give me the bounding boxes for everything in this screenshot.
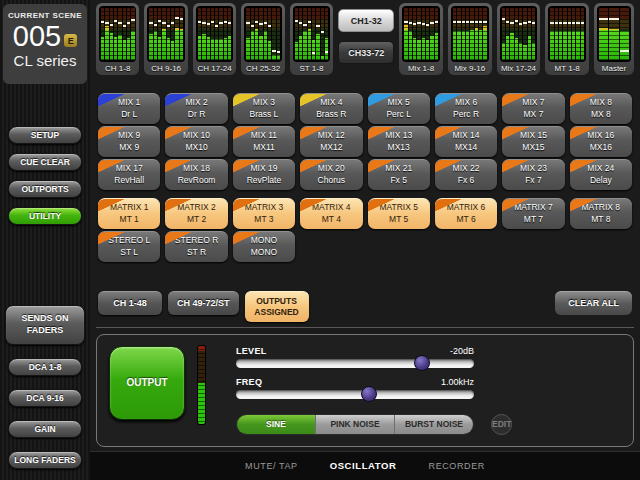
- edit-button[interactable]: EDIT: [491, 414, 512, 435]
- meter-bar-segment: [568, 8, 571, 60]
- channel-button-matrix-2[interactable]: MATRIX 2MT 2: [165, 198, 227, 229]
- sidebar-item-utility[interactable]: UTILITY: [8, 207, 82, 225]
- sidebar-item-sends-on-faders[interactable]: SENDS ON FADERS: [5, 305, 85, 345]
- meter-group-mix-17-24: Mix 17-24: [497, 3, 541, 75]
- channel-button-stereo-r[interactable]: STEREO RST R: [165, 231, 227, 262]
- meter-level-fill: [479, 30, 482, 60]
- channel-button-mix-1[interactable]: MIX 1Dr L: [98, 93, 160, 124]
- meter-bar-segment: [154, 8, 157, 60]
- channel-button-stereo-l[interactable]: STEREO LST L: [98, 231, 160, 262]
- meter-peak-marker: [211, 21, 214, 23]
- channel-button-mix-16[interactable]: MIX 16MX16: [570, 126, 632, 157]
- meter-group-label: CH 9-16: [147, 62, 184, 74]
- clear-all-button[interactable]: CLEAR ALL: [555, 291, 632, 315]
- sidebar-item-cue-clear[interactable]: CUE CLEAR: [8, 153, 82, 171]
- meter-bar-segment: [171, 8, 174, 60]
- meter-yellow-fill: [599, 28, 608, 30]
- meter-peak-marker: [251, 25, 254, 27]
- freq-slider-thumb[interactable]: [361, 386, 377, 402]
- channel-button-mix-11[interactable]: MIX 11MX11: [233, 126, 295, 157]
- meter-bar-segment: [228, 8, 231, 60]
- meter-level-fill: [426, 40, 429, 60]
- channel-button-mix-21[interactable]: MIX 21Fx 5: [368, 159, 430, 190]
- channel-button-mix-8[interactable]: MIX 8MX 8: [570, 93, 632, 124]
- oscillator-panel: OUTPUT LEVEL -20dB FREQ 1.00kHz S: [96, 334, 634, 447]
- channel-button-matrix-1[interactable]: MATRIX 1MT 1: [98, 198, 160, 229]
- meter-level-fill: [470, 30, 473, 60]
- channel-button-matrix-4[interactable]: MATRIX 4MT 4: [300, 198, 362, 229]
- channel-button-mix-9[interactable]: MIX 9MX 9: [98, 126, 160, 157]
- meter-level-fill: [219, 39, 222, 60]
- meter-bar-segment: [224, 8, 227, 60]
- channel-button-matrix-7[interactable]: MATRIX 7MT 7: [502, 198, 564, 229]
- meter-level-fill: [312, 40, 315, 60]
- channel-button-mix-4[interactable]: MIX 4Brass R: [300, 93, 362, 124]
- channel-button-mix-20[interactable]: MIX 20Chorus: [300, 159, 362, 190]
- channel-button-mono[interactable]: MONOMONO: [233, 231, 295, 262]
- meter-peak-marker: [422, 23, 425, 25]
- meter-bar-segment: [299, 8, 302, 60]
- oscillator-output-button[interactable]: OUTPUT: [109, 346, 185, 420]
- channel-button-mix-18[interactable]: MIX 18RevRoom: [165, 159, 227, 190]
- meter-peak-marker: [114, 20, 117, 22]
- channel-button-matrix-3[interactable]: MATRIX 3MT 3: [233, 198, 295, 229]
- channel-button-mix-22[interactable]: MIX 22Fx 6: [435, 159, 497, 190]
- channel-button-mix-2[interactable]: MIX 2Dr R: [165, 93, 227, 124]
- meter-screen: [597, 6, 631, 62]
- meter-bar-segment: [215, 8, 218, 60]
- meter-peak-marker: [110, 24, 113, 26]
- meter-peak-marker: [404, 21, 407, 23]
- channel-button-mix-15[interactable]: MIX 15MX15: [502, 126, 564, 157]
- meter-group-ch-1-8: CH 1-8: [96, 3, 139, 75]
- channel-button-mix-7[interactable]: MIX 7MX 7: [502, 93, 564, 124]
- bank-button-ch1-32[interactable]: CH1-32: [338, 9, 394, 32]
- meter-level-fill: [462, 31, 465, 60]
- bank-button-ch33-72[interactable]: CH33-72: [338, 41, 394, 64]
- tab-recorder[interactable]: RECORDER: [429, 461, 485, 471]
- tab-mute-tap[interactable]: MUTE/ TAP: [245, 461, 298, 471]
- sidebar-item-long-faders[interactable]: LONG FADERS: [8, 451, 82, 469]
- meter-level-fill: [215, 39, 218, 60]
- assign-tab-ch-49-72-st[interactable]: CH 49-72/ST: [168, 291, 239, 315]
- meter-bar-segment: [572, 8, 575, 60]
- meter-peak-marker: [453, 21, 456, 23]
- channel-button-mix-10[interactable]: MIX 10MX10: [165, 126, 227, 157]
- channel-button-mix-14[interactable]: MIX 14MX14: [435, 126, 497, 157]
- channel-button-mix-19[interactable]: MIX 19RevPlate: [233, 159, 295, 190]
- assign-tab-ch-1-48[interactable]: CH 1-48: [98, 291, 162, 315]
- waveform-selector: SINEPINK NOISEBURST NOISE: [236, 414, 474, 435]
- channel-button-matrix-5[interactable]: MATRIX 5MT 5: [368, 198, 430, 229]
- meter-level-fill: [251, 31, 254, 60]
- freq-slider[interactable]: [236, 390, 474, 399]
- tab-oscillator[interactable]: OSCILLATOR: [330, 460, 397, 471]
- channel-grid-row-3: MIX 17RevHallMIX 18RevRoomMIX 19RevPlate…: [98, 159, 632, 190]
- meter-level-fill: [409, 31, 412, 60]
- meter-peak-marker: [479, 21, 482, 23]
- section-divider: [96, 327, 634, 328]
- assign-tab-outputs-assigned[interactable]: OUTPUTSASSIGNED: [245, 291, 309, 322]
- channel-button-mix-17[interactable]: MIX 17RevHall: [98, 159, 160, 190]
- meter-bar-segment: [457, 8, 460, 60]
- meter-peak-marker: [426, 24, 429, 26]
- sidebar-item-dca-1-8[interactable]: DCA 1-8: [8, 358, 82, 376]
- channel-button-mix-24[interactable]: MIX 24Delay: [570, 159, 632, 190]
- channel-button-mix-3[interactable]: MIX 3Brass L: [233, 93, 295, 124]
- waveform-pink-noise[interactable]: PINK NOISE: [315, 415, 394, 434]
- meter-peak-marker: [219, 22, 222, 24]
- sidebar-item-gain[interactable]: GAIN: [8, 420, 82, 438]
- channel-button-mix-12[interactable]: MIX 12MX12: [300, 126, 362, 157]
- sidebar-item-setup[interactable]: SETUP: [8, 126, 82, 144]
- level-slider[interactable]: [236, 359, 474, 368]
- channel-button-matrix-6[interactable]: MATRIX 6MT 6: [435, 198, 497, 229]
- channel-button-matrix-8[interactable]: MATRIX 8MT 8: [570, 198, 632, 229]
- channel-button-mix-6[interactable]: MIX 6Perc R: [435, 93, 497, 124]
- waveform-burst-noise[interactable]: BURST NOISE: [394, 415, 473, 434]
- waveform-sine[interactable]: SINE: [237, 415, 315, 434]
- sidebar-item-outports[interactable]: OUTPORTS: [8, 180, 82, 198]
- channel-button-mix-13[interactable]: MIX 13MX13: [368, 126, 430, 157]
- channel-button-mix-23[interactable]: MIX 23Fx 7: [502, 159, 564, 190]
- sidebar-item-dca-9-16[interactable]: DCA 9-16: [8, 389, 82, 407]
- level-slider-thumb[interactable]: [414, 355, 430, 371]
- meter-bar-segment: [576, 8, 579, 60]
- channel-button-mix-5[interactable]: MIX 5Perc L: [368, 93, 430, 124]
